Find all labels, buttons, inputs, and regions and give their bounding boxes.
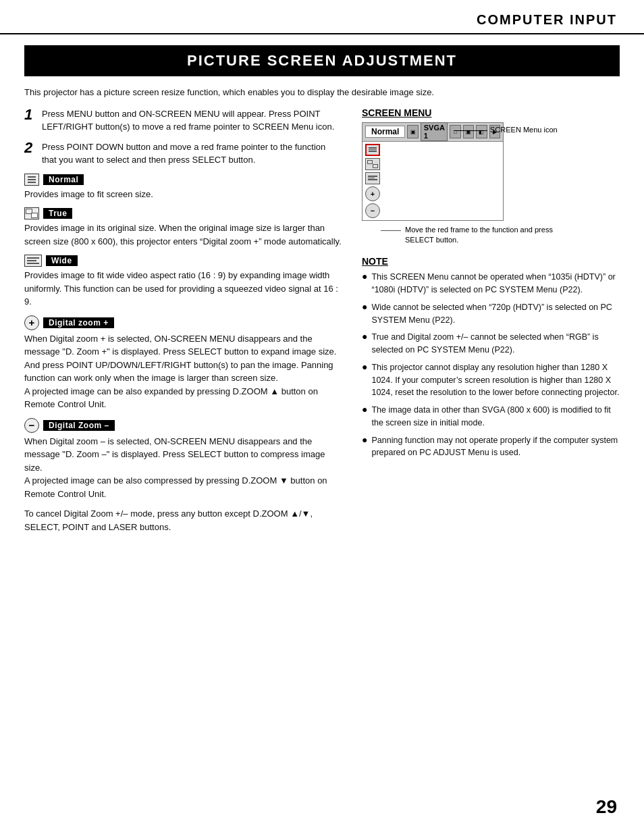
note-bullet-5: ● (362, 434, 367, 446)
intro-text: This projector has a picture screen resi… (0, 86, 644, 99)
section-title: PICTURE SCREEN ADJUSTMENT (24, 45, 620, 76)
dzminus-label: Digital Zoom – (43, 420, 115, 431)
mode-digital-zoom-plus: + Digital zoom + When Digital zoom + is … (24, 315, 342, 411)
smi-row-3 (365, 172, 500, 184)
note-bullet-4: ● (362, 404, 367, 415)
true-desc: Provides image in its original size. Whe… (24, 221, 342, 248)
note-section: NOTE ● This SCREEN Menu cannot be operat… (362, 256, 620, 459)
dzplus-label: Digital zoom + (43, 317, 114, 328)
normal-desc: Provides image to fit screen size. (24, 188, 342, 201)
mode-wide: Wide Provides image to fit wide video as… (24, 255, 342, 309)
right-column: SCREEN MENU Normal ▣ SVGA 1 □ ▣ ◧ ▶ (355, 107, 620, 534)
mode-wide-header: Wide (24, 255, 342, 267)
note-item-3: ● This projector cannot display any reso… (362, 361, 620, 399)
mode-digital-zoom-minus: − Digital Zoom – When Digital zoom – is … (24, 418, 342, 501)
mode-dzplus-header: + Digital zoom + (24, 315, 342, 330)
smi-dzminus-icon: − (365, 203, 380, 218)
dzminus-desc: When Digital zoom – is selected, ON-SCRE… (24, 435, 342, 501)
wide-desc: Provides image to fit wide video aspect … (24, 269, 342, 309)
note-bullet-0: ● (362, 271, 367, 282)
screen-menu-section: SCREEN MENU Normal ▣ SVGA 1 □ ▣ ◧ ▶ (362, 107, 620, 246)
page-number: 29 (596, 796, 617, 818)
digital-zoom-plus-icon: + (24, 315, 39, 330)
smi-wide-icon (365, 172, 380, 184)
true-label: True (43, 208, 72, 219)
note-text-0: This SCREEN Menu cannot be operated when… (371, 271, 620, 296)
note-items: ● This SCREEN Menu cannot be operated wh… (362, 271, 620, 459)
smi-normal-icon (365, 144, 380, 156)
note-bullet-1: ● (362, 301, 367, 313)
smb-icon-1: ▣ (407, 125, 418, 138)
note-text-4: The image data in other than SVGA (800 x… (371, 404, 620, 429)
note-text-2: True and Digital zoom +/– cannot be sele… (371, 331, 620, 357)
note-item-4: ● The image data in other than SVGA (800… (362, 404, 620, 429)
step-2-text: Press POINT DOWN button and move a red f… (42, 140, 342, 167)
step-1-text: Press MENU button and ON-SCREEN MENU wil… (42, 107, 342, 134)
step-2: 2 Press POINT DOWN button and move a red… (24, 140, 342, 167)
screen-menu-label: SCREEN MENU (362, 107, 620, 118)
dzplus-desc: When Digital zoom + is selected, ON-SCRE… (24, 332, 342, 411)
screen-menu-diagram: Normal ▣ SVGA 1 □ ▣ ◧ ▶ (362, 122, 571, 246)
main-content: 1 Press MENU button and ON-SCREEN MENU w… (0, 107, 644, 534)
mode-dzminus-header: − Digital Zoom – (24, 418, 342, 433)
screen-menu-icon-annotation: SCREEN Menu icon (454, 125, 571, 134)
smi-row-1 (365, 144, 500, 156)
smi-true-icon (365, 158, 380, 170)
page-header: COMPUTER INPUT (0, 0, 644, 34)
normal-label: Normal (43, 174, 84, 185)
note-bullet-3: ● (362, 361, 367, 373)
note-text-1: Wide cannot be selected when “720p (HDTV… (371, 301, 620, 327)
note-item-1: ● Wide cannot be selected when “720p (HD… (362, 301, 620, 327)
note-item-0: ● This SCREEN Menu cannot be operated wh… (362, 271, 620, 296)
true-icon (24, 207, 39, 219)
note-bullet-2: ● (362, 331, 367, 342)
step-2-number: 2 (24, 140, 36, 155)
wide-icon (24, 255, 42, 267)
mode-true-header: True (24, 207, 342, 219)
mode-normal-header: Normal (24, 174, 342, 186)
left-column: 1 Press MENU button and ON-SCREEN MENU w… (24, 107, 355, 534)
move-label: Move the red frame to the function and p… (405, 225, 571, 246)
step-1: 1 Press MENU button and ON-SCREEN MENU w… (24, 107, 342, 134)
note-text-5: Panning function may not operate properl… (371, 434, 620, 460)
digital-zoom-minus-icon: − (24, 418, 39, 433)
smb-normal-label: Normal (365, 126, 405, 138)
move-label-container: Move the red frame to the function and p… (381, 225, 571, 246)
smb-svga-label: SVGA 1 (421, 122, 448, 141)
wide-label: Wide (46, 255, 78, 266)
mode-true: True Provides image in its original size… (24, 207, 342, 248)
smi-row-2 (365, 158, 500, 170)
screen-menu-icons: + − (363, 142, 503, 220)
note-text-3: This projector cannot display any resolu… (371, 361, 620, 399)
header-title: COMPUTER INPUT (477, 12, 617, 28)
smi-dzplus-icon: + (365, 186, 380, 201)
screen-menu-icon-label: SCREEN Menu icon (490, 125, 571, 134)
note-item-5: ● Panning function may not operate prope… (362, 434, 620, 460)
cancel-text: To cancel Digital Zoom +/– mode, press a… (24, 507, 342, 533)
note-title: NOTE (362, 256, 620, 267)
step-1-number: 1 (24, 107, 36, 122)
note-item-2: ● True and Digital zoom +/– cannot be se… (362, 331, 620, 357)
mode-normal: Normal Provides image to fit screen size… (24, 174, 342, 201)
smi-row-4: + (365, 186, 500, 201)
normal-icon (24, 174, 39, 186)
smi-row-5: − (365, 203, 500, 218)
